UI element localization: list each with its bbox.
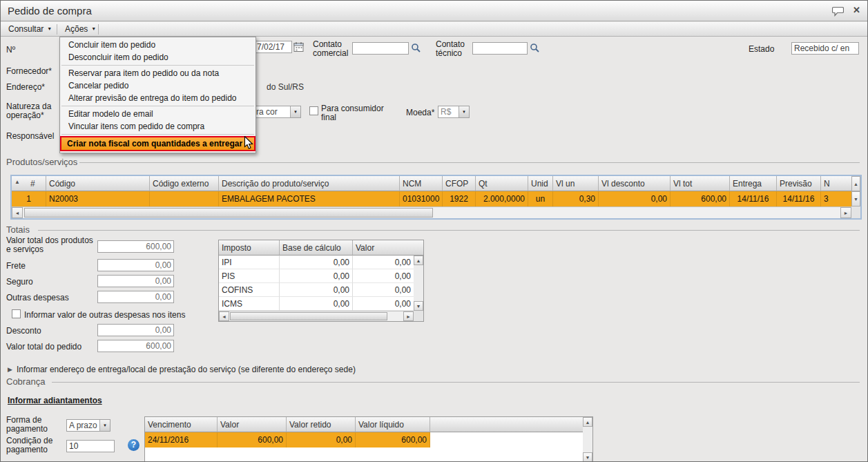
delivery-address-toggle[interactable]: ▶ Informar endereço de entrega/local de … xyxy=(8,365,356,374)
informar-outras-checkbox[interactable] xyxy=(12,309,21,318)
contato-comercial-input[interactable] xyxy=(352,42,409,55)
tax-row: PIS 0,00 0,00 xyxy=(219,269,414,283)
scroll-up-icon[interactable]: ▲ xyxy=(851,176,860,191)
search-icon[interactable] xyxy=(411,43,421,55)
cell-descricao: EMBALAGEM PACOTES xyxy=(219,191,400,206)
col-header-valor-retido[interactable]: Valor retido xyxy=(287,417,356,432)
calendar-icon[interactable] xyxy=(293,41,305,55)
col-header-entrega[interactable]: Entrega xyxy=(730,176,777,191)
forma-pagamento-label: Forma de pagamento xyxy=(6,416,56,434)
contato-tecnico-input[interactable] xyxy=(472,42,528,55)
condicao-pagamento-input[interactable]: 10 xyxy=(66,440,115,452)
moeda-label: Moeda* xyxy=(406,108,434,117)
col-header-previsao[interactable]: Previsão xyxy=(777,176,821,191)
scroll-up-icon[interactable]: ▲ xyxy=(583,417,592,427)
scroll-up-icon[interactable]: ▲ xyxy=(414,256,423,265)
cell-unid: un xyxy=(528,191,553,206)
col-header-extra[interactable]: N xyxy=(821,176,851,191)
scroll-left-icon[interactable]: ◄ xyxy=(219,311,229,321)
data-pedido-input[interactable]: 7/02/17 xyxy=(254,41,292,53)
contato-tecnico-label: Contato técnico xyxy=(436,40,472,58)
menu-item-alterar-previsao[interactable]: Alterar previsão de entrega do item do p… xyxy=(60,92,255,104)
col-header-descricao[interactable]: Descrição do produto/serviço xyxy=(219,176,400,191)
help-icon[interactable]: ? xyxy=(128,439,139,451)
cell-cfop: 1922 xyxy=(443,191,476,206)
tax-valor: 0,00 xyxy=(353,283,414,297)
moeda-select[interactable]: R$ ▼ xyxy=(438,106,470,118)
col-header-vl-tot[interactable]: Vl tot xyxy=(671,176,730,191)
col-header-base-calculo[interactable]: Base de cálculo xyxy=(280,240,353,256)
menu-item-desconcluir[interactable]: Desconcluir item do pedido xyxy=(60,51,255,64)
col-header-imposto[interactable]: Imposto xyxy=(219,240,280,256)
menu-item-criar-nota-fiscal[interactable]: Criar nota fiscal com quantidades a entr… xyxy=(60,136,255,151)
mouse-cursor-icon xyxy=(243,136,254,150)
tax-base: 0,00 xyxy=(280,256,353,269)
menu-item-reservar[interactable]: Reservar para item do pedido ou da nota xyxy=(60,67,255,79)
acoes-menu-button[interactable]: Ações▼ xyxy=(60,22,101,36)
product-row[interactable]: 1 N20003 EMBALAGEM PACOTES 01031000 1922… xyxy=(12,191,851,206)
scroll-down-icon[interactable]: ▼ xyxy=(851,191,860,206)
tax-name: IPI xyxy=(219,256,280,269)
outras-despesas-input[interactable]: 0,00 xyxy=(97,291,174,303)
comment-icon[interactable] xyxy=(832,6,844,19)
scroll-track xyxy=(583,427,592,452)
menu-separator xyxy=(61,65,254,66)
cell-entrega: 14/11/16 xyxy=(730,191,777,206)
forma-pagamento-select[interactable]: A prazo ▼ xyxy=(66,419,110,432)
cell-num: 1 xyxy=(12,191,46,206)
acoes-label: Ações xyxy=(65,24,88,34)
col-header-vl-desconto[interactable]: Vl desconto xyxy=(599,176,671,191)
search-icon[interactable] xyxy=(530,43,540,55)
informar-adiantamentos-link[interactable]: Informar adiantamentos xyxy=(8,396,102,405)
col-header-codigo[interactable]: Código xyxy=(46,176,150,191)
frete-input[interactable]: 0,00 xyxy=(97,259,174,271)
desconto-input[interactable]: 0,00 xyxy=(97,324,174,336)
seguro-input[interactable]: 0,00 xyxy=(97,275,174,287)
chevron-down-icon: ▼ xyxy=(459,106,469,117)
scroll-down-icon[interactable]: ▼ xyxy=(583,452,592,462)
scroll-thumb[interactable] xyxy=(230,312,387,320)
consultar-menu-button[interactable]: Consultar▼ xyxy=(3,22,57,36)
installment-row[interactable]: 24/11/2016 600,00 0,00 600,00 xyxy=(145,432,583,447)
scroll-track xyxy=(414,265,423,301)
menu-item-vincular-itens[interactable]: Vincular itens com pedido de compra xyxy=(60,120,255,133)
col-header-cfop[interactable]: CFOP xyxy=(443,176,476,191)
total-pedido-input[interactable]: 600,00 xyxy=(97,340,174,352)
col-header-unid[interactable]: Unid xyxy=(528,176,553,191)
scroll-left-icon[interactable]: ◄ xyxy=(12,207,23,218)
menu-item-concluir[interactable]: Concluir item do pedido xyxy=(60,39,255,51)
col-header-ncm[interactable]: NCM xyxy=(400,176,443,191)
tax-valor: 0,00 xyxy=(353,297,414,311)
col-header-valor[interactable]: Valor xyxy=(353,240,414,256)
scroll-right-icon[interactable]: ► xyxy=(840,207,851,218)
scroll-down-icon[interactable]: ▼ xyxy=(414,301,423,311)
col-header-valor-liquido[interactable]: Valor líquido xyxy=(356,417,430,432)
products-header-row: ▲ # Código Código externo Descrição do p… xyxy=(12,176,851,191)
menu-item-cancelar[interactable]: Cancelar pedido xyxy=(60,79,255,92)
valor-produtos-input[interactable]: 600,00 xyxy=(97,240,174,253)
col-header-num[interactable]: ▲ # xyxy=(12,176,46,191)
estado-input[interactable]: Recebido c/ en xyxy=(791,42,859,55)
products-vscrollbar: ▲ ▼ xyxy=(851,176,860,218)
installments-table: Vencimento Valor Valor retido Valor líqu… xyxy=(144,416,593,462)
menu-item-editar-email[interactable]: Editar modelo de email xyxy=(60,108,255,120)
billing-section-title: Cobrança xyxy=(6,376,45,387)
cell-previsao: 14/11/16 xyxy=(777,191,821,206)
acoes-dropdown-menu: Concluir item do pedido Desconcluir item… xyxy=(59,37,256,153)
scroll-track xyxy=(229,311,403,321)
tax-base: 0,00 xyxy=(280,269,353,283)
col-header-vl-un[interactable]: Vl un xyxy=(553,176,599,191)
scroll-right-icon[interactable]: ► xyxy=(403,311,414,321)
responsavel-label: Responsável xyxy=(6,132,54,141)
col-header-codigo-externo[interactable]: Código externo xyxy=(150,176,219,191)
col-header-vencimento[interactable]: Vencimento xyxy=(145,417,218,432)
scroll-thumb[interactable] xyxy=(24,208,433,218)
expand-arrow-icon: ▶ xyxy=(8,366,12,373)
col-header-qt[interactable]: Qt xyxy=(476,176,528,191)
installments-header-row: Vencimento Valor Valor retido Valor líqu… xyxy=(145,417,583,432)
moeda-value: R$ xyxy=(438,107,459,117)
close-icon[interactable]: ✕ xyxy=(853,5,860,15)
col-header-valor[interactable]: Valor xyxy=(218,417,287,432)
para-consumidor-final-checkbox[interactable] xyxy=(309,106,318,115)
forma-pagamento-value: A prazo xyxy=(67,421,99,430)
